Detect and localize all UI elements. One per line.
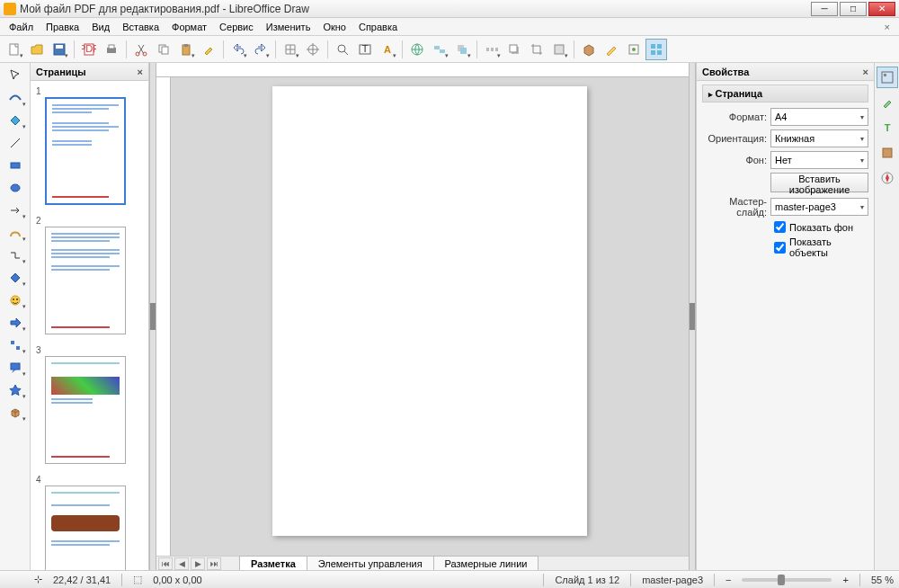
line-tool[interactable] — [3, 132, 28, 154]
star-tool[interactable] — [3, 379, 28, 401]
menu-insert[interactable]: Вставка — [117, 20, 165, 34]
fill-color-tool[interactable] — [3, 110, 28, 131]
sidebar-styles-icon[interactable] — [877, 92, 898, 113]
menu-help[interactable]: Справка — [353, 20, 403, 34]
page-thumb-3[interactable] — [45, 356, 126, 464]
background-select[interactable]: Нет — [770, 151, 868, 169]
flowchart-tool[interactable] — [3, 334, 28, 356]
open-button[interactable] — [26, 39, 48, 60]
extrusion-button[interactable] — [578, 39, 600, 60]
connector-tool[interactable] — [3, 245, 28, 266]
props-splitter[interactable] — [689, 63, 696, 570]
master-slide-select[interactable]: master-page3 — [770, 198, 868, 216]
horizontal-ruler[interactable] — [156, 63, 689, 77]
helplines-button[interactable] — [302, 39, 324, 60]
svg-rect-2 — [56, 45, 63, 49]
minimize-button[interactable]: ─ — [811, 2, 838, 16]
zoom-out-button[interactable]: − — [725, 575, 731, 585]
background-label: Фон: — [702, 155, 767, 165]
properties-panel-close-icon[interactable]: × — [863, 67, 868, 77]
ellipse-tool[interactable] — [3, 177, 28, 199]
tab-dimension-lines[interactable]: Размерные линии — [433, 556, 539, 570]
zoom-button[interactable] — [332, 39, 353, 60]
distribute-button[interactable] — [481, 39, 503, 60]
fontwork-button[interactable]: A — [377, 39, 398, 60]
copy-button[interactable] — [153, 39, 174, 60]
svg-rect-24 — [491, 48, 494, 51]
tab-layout[interactable]: Разметка — [239, 556, 307, 570]
arrow-tool[interactable] — [3, 200, 28, 221]
print-button[interactable] — [101, 39, 122, 60]
menu-window[interactable]: Окно — [317, 20, 352, 34]
close-button[interactable]: ✕ — [868, 2, 895, 16]
page-thumbnails[interactable]: 1 2 3 4 5 — [31, 81, 148, 570]
menu-view[interactable]: Вид — [86, 20, 115, 34]
menu-tools[interactable]: Сервис — [214, 20, 259, 34]
hyperlink-button[interactable] — [406, 39, 428, 60]
page-thumb-4[interactable] — [45, 486, 126, 570]
properties-panel: Свойства × Страница Формат: A4 Ориентаци… — [696, 63, 874, 570]
new-document-button[interactable] — [4, 39, 25, 60]
first-slide-button[interactable]: ⏮ — [158, 557, 173, 570]
zoom-in-button[interactable]: + — [842, 575, 848, 585]
undo-button[interactable] — [227, 39, 249, 60]
callout-tool[interactable] — [3, 357, 28, 379]
crop-button[interactable] — [526, 39, 547, 60]
page-thumb-2[interactable] — [45, 227, 126, 334]
sidebar-navigator-icon[interactable] — [877, 142, 898, 164]
pages-panel-close-icon[interactable]: × — [138, 67, 143, 77]
sidebar-gallery-icon[interactable]: T — [877, 117, 898, 138]
page-thumb-1[interactable] — [45, 97, 126, 205]
glue-points-button[interactable] — [623, 39, 645, 60]
toggle-edit-button[interactable] — [601, 39, 622, 60]
master-slide-label: Мастер-слайд: — [702, 196, 767, 218]
insert-image-button[interactable]: Вставить изображение — [770, 173, 868, 192]
tab-controls[interactable]: Элементы управления — [307, 556, 434, 570]
filter-button[interactable] — [548, 39, 570, 60]
shadow-button[interactable] — [503, 39, 525, 60]
textbox-button[interactable]: T — [354, 39, 376, 60]
orientation-select[interactable]: Книжная — [770, 129, 868, 147]
page-canvas[interactable] — [272, 86, 587, 536]
redo-button[interactable] — [250, 39, 271, 60]
svg-point-38 — [13, 298, 14, 300]
vertical-ruler[interactable] — [156, 77, 171, 556]
basic-shapes-tool[interactable] — [3, 267, 28, 289]
section-page[interactable]: Страница — [702, 85, 868, 102]
show-background-checkbox[interactable] — [774, 221, 786, 233]
arrange-button[interactable] — [451, 39, 473, 60]
symbol-shapes-tool[interactable] — [3, 290, 28, 311]
grid-button[interactable] — [280, 39, 301, 60]
cut-button[interactable] — [130, 39, 152, 60]
next-slide-button[interactable]: ▶ — [191, 557, 205, 570]
show-draw-functions-button[interactable] — [645, 39, 667, 60]
menu-file[interactable]: Файл — [4, 20, 39, 34]
curve-tool[interactable] — [3, 222, 28, 244]
menu-edit[interactable]: Правка — [40, 20, 85, 34]
3d-objects-tool[interactable] — [3, 402, 28, 423]
sidebar-properties-icon[interactable] — [877, 67, 898, 88]
save-button[interactable] — [49, 39, 70, 60]
sidebar-compass-icon[interactable] — [877, 167, 898, 189]
select-tool[interactable] — [3, 65, 28, 86]
block-arrows-tool[interactable] — [3, 312, 28, 334]
workspace[interactable] — [171, 77, 689, 556]
pages-splitter[interactable] — [149, 63, 156, 570]
maximize-button[interactable]: □ — [840, 2, 867, 16]
menubar-close-icon[interactable]: × — [879, 22, 895, 32]
pages-panel-title: Страницы — [36, 67, 86, 77]
prev-slide-button[interactable]: ◀ — [174, 557, 189, 570]
format-select[interactable]: A4 — [770, 108, 868, 126]
format-paintbrush-button[interactable] — [198, 39, 219, 60]
last-slide-button[interactable]: ⏭ — [207, 557, 221, 570]
menu-modify[interactable]: Изменить — [261, 20, 316, 34]
paste-button[interactable] — [175, 39, 197, 60]
zoom-slider[interactable] — [742, 578, 832, 582]
line-color-tool[interactable] — [3, 87, 28, 109]
show-objects-checkbox[interactable] — [774, 242, 786, 254]
menu-format[interactable]: Формат — [166, 20, 212, 34]
align-button[interactable] — [429, 39, 450, 60]
rectangle-tool[interactable] — [3, 155, 28, 176]
svg-rect-25 — [495, 48, 498, 51]
export-pdf-button[interactable]: PDF — [78, 39, 100, 60]
